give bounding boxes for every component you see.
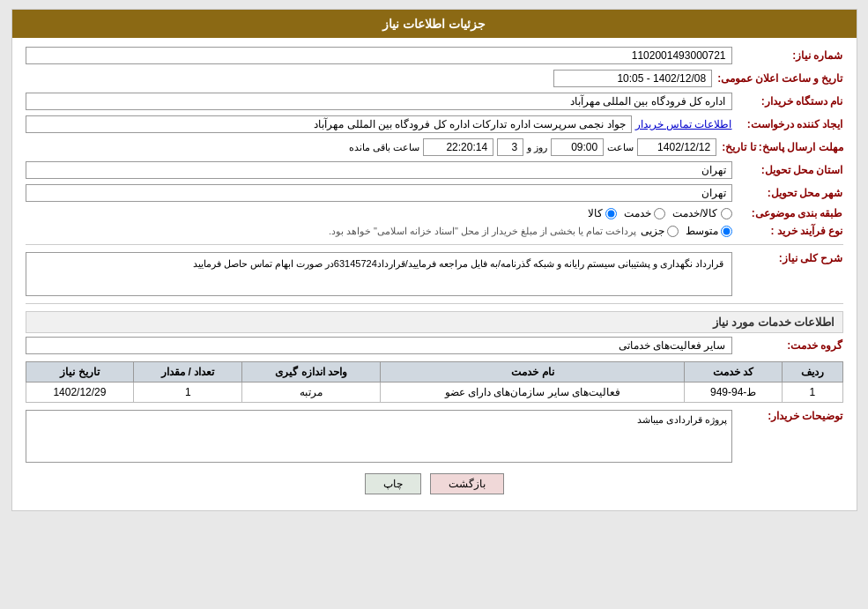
- table-row: 1 ط-94-949 فعالیت‌های سایر سازمان‌های دا…: [26, 382, 842, 403]
- col-header-row: ردیف: [782, 362, 842, 382]
- response-time-value: 09:00: [551, 138, 604, 156]
- cell-unit: مرتبه: [242, 382, 381, 403]
- purchase-type-option-jozii: جزیی: [641, 225, 679, 237]
- back-button[interactable]: بازگشت: [430, 473, 504, 494]
- province-value: تهران: [26, 161, 732, 179]
- department-row: نام دستگاه خریدار: اداره کل فرودگاه بین …: [26, 93, 843, 110]
- department-label: نام دستگاه خریدار:: [738, 95, 843, 108]
- summary-value: قرارداد نگهداری و پشتیبانی سیستم رایانه …: [26, 252, 732, 296]
- creator-group: اطلاعات تماس خریدار جواد نجمی سرپرست ادا…: [26, 115, 732, 133]
- creator-value: جواد نجمی سرپرست اداره تدارکات اداره کل …: [26, 115, 632, 133]
- col-header-qty: تعداد / مقدار: [134, 362, 242, 382]
- response-time-label: ساعت: [607, 142, 634, 153]
- purchase-type-label-motavaset: متوسط: [686, 225, 718, 237]
- col-header-date: تاریخ نیاز: [26, 362, 134, 382]
- category-radio-kala[interactable]: [605, 208, 617, 219]
- purchase-type-row: نوع فرآیند خرید : متوسط جزیی پرداخت تمام…: [26, 225, 843, 237]
- service-group-row: گروه خدمت: سایر فعالیت‌های خدماتی: [26, 337, 843, 354]
- services-section-title: اطلاعات خدمات مورد نیاز: [26, 311, 843, 333]
- response-days-value: 3: [497, 138, 523, 156]
- purchase-type-radio-jozii[interactable]: [667, 226, 679, 237]
- creator-row: ایجاد کننده درخواست: اطلاعات تماس خریدار…: [26, 115, 843, 133]
- response-days-label: روز و: [527, 142, 547, 153]
- response-deadline-label: مهلت ارسال پاسخ: تا تاریخ:: [722, 141, 842, 153]
- buyer-notes-label: توضیحات خریدار:: [738, 410, 843, 422]
- response-remaining-label: ساعت باقی مانده: [349, 142, 419, 153]
- divider-1: [26, 244, 843, 245]
- divider-2: [26, 303, 843, 304]
- category-radio-khedmat[interactable]: [654, 208, 665, 219]
- response-remaining-value: 22:20:14: [423, 138, 493, 156]
- button-row: بازگشت چاپ: [26, 473, 843, 494]
- response-date-value: 1402/12/12: [637, 138, 716, 156]
- announcement-value: 1402/12/08 - 10:05: [553, 70, 712, 87]
- category-label-kala-khedmat: کالا/خدمت: [672, 207, 717, 219]
- city-label: شهر محل تحویل:: [738, 187, 843, 199]
- purchase-type-note: پرداخت تمام یا بخشی از مبلغ خریدار از مح…: [329, 226, 637, 237]
- page-title: جزئیات اطلاعات نیاز: [382, 17, 486, 31]
- category-radio-kala-khedmat[interactable]: [721, 208, 732, 219]
- province-label: استان محل تحویل:: [738, 164, 843, 176]
- col-header-name: نام خدمت: [381, 362, 685, 382]
- category-label-khedmat: خدمت: [624, 207, 651, 219]
- city-value: تهران: [26, 184, 732, 202]
- category-label-kala: کالا: [588, 207, 603, 219]
- city-row: شهر محل تحویل: تهران: [26, 184, 843, 202]
- cell-quantity: 1: [134, 382, 242, 403]
- category-option-khedmat: خدمت: [624, 207, 665, 219]
- buyer-notes-textarea[interactable]: [26, 410, 732, 463]
- service-group-value: سایر فعالیت‌های خدماتی: [26, 337, 732, 354]
- col-header-unit: واحد اندازه گیری: [242, 362, 381, 382]
- response-datetime-group: 1402/12/12 ساعت 09:00 روز و 3 22:20:14 س…: [26, 138, 717, 156]
- purchase-type-group: متوسط جزیی پرداخت تمام یا بخشی از مبلغ خ…: [26, 225, 732, 237]
- request-number-value: 1102001493000721: [26, 47, 732, 64]
- category-radio-group: کالا/خدمت خدمت کالا: [588, 207, 731, 219]
- services-table-section: ردیف کد خدمت نام خدمت واحد اندازه گیری ت…: [26, 361, 843, 403]
- request-number-label: شماره نیاز:: [738, 49, 843, 62]
- department-value: اداره کل فرودگاه بین المللی مهرآباد: [26, 93, 732, 110]
- purchase-type-label-jozii: جزیی: [641, 225, 664, 237]
- category-option-kala: کالا: [588, 207, 617, 219]
- buyer-notes-row: توضیحات خریدار:: [26, 410, 843, 463]
- request-number-row: شماره نیاز: 1102001493000721: [26, 47, 843, 64]
- cell-code: ط-94-949: [685, 382, 783, 403]
- service-group-label: گروه خدمت:: [738, 339, 843, 352]
- purchase-type-radio-motavaset[interactable]: [721, 226, 732, 237]
- summary-label: شرح کلی نیاز:: [738, 252, 843, 264]
- creator-link[interactable]: اطلاعات تماس خریدار: [635, 118, 732, 130]
- category-row: طبقه بندی موضوعی: کالا/خدمت خدمت کالا: [26, 207, 843, 219]
- print-button[interactable]: چاپ: [365, 473, 421, 494]
- page-header: جزئیات اطلاعات نیاز: [12, 10, 857, 38]
- page-container: جزئیات اطلاعات نیاز شماره نیاز: 11020014…: [11, 9, 857, 511]
- services-table: ردیف کد خدمت نام خدمت واحد اندازه گیری ت…: [26, 361, 843, 403]
- purchase-type-radio-group: متوسط جزیی: [641, 225, 732, 237]
- cell-name: فعالیت‌های سایر سازمان‌های دارای عضو: [381, 382, 685, 403]
- announcement-row: تاریخ و ساعت اعلان عمومی: 1402/12/08 - 1…: [26, 70, 843, 87]
- category-label: طبقه بندی موضوعی:: [738, 207, 843, 219]
- category-option-kala-khedmat: کالا/خدمت: [672, 207, 731, 219]
- creator-label: ایجاد کننده درخواست:: [738, 118, 843, 130]
- province-row: استان محل تحویل: تهران: [26, 161, 843, 179]
- col-header-code: کد خدمت: [685, 362, 783, 382]
- purchase-type-option-motavaset: متوسط: [686, 225, 732, 237]
- cell-date: 1402/12/29: [26, 382, 134, 403]
- summary-row: شرح کلی نیاز: قرارداد نگهداری و پشتیبانی…: [26, 252, 843, 296]
- purchase-type-label: نوع فرآیند خرید :: [738, 225, 843, 237]
- cell-row-num: 1: [782, 382, 842, 403]
- announcement-label: تاریخ و ساعت اعلان عمومی:: [717, 72, 842, 85]
- response-deadline-row: مهلت ارسال پاسخ: تا تاریخ: 1402/12/12 سا…: [26, 138, 843, 156]
